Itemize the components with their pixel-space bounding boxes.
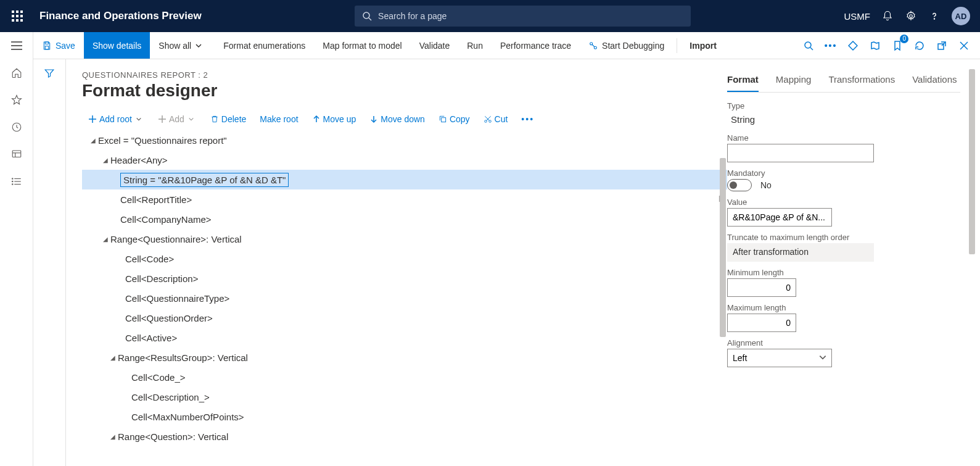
toolbar-refresh-button[interactable] [910,36,929,56]
avatar[interactable]: AD [952,7,970,25]
map-format-button[interactable]: Map format to model [314,32,410,59]
waffle-icon [12,10,23,22]
search-icon [804,41,813,51]
global-header: Finance and Operations Preview Search fo… [0,0,980,32]
validate-button[interactable]: Validate [411,32,459,59]
toolbar-document-button[interactable]: 0 [887,36,907,56]
action-pane: Save Show details Show all Format enumer… [33,32,980,59]
debug-icon [588,41,598,51]
toolbar-close-button[interactable] [954,36,974,56]
app-title: Finance and Operations Preview [39,10,202,22]
show-details-button[interactable]: Show details [84,32,150,59]
run-button[interactable]: Run [458,32,492,59]
popout-icon [937,41,947,51]
bell-icon [882,10,893,22]
svg-point-3 [934,19,934,19]
search-placeholder: Search for a page [378,11,447,21]
show-all-button[interactable]: Show all [150,32,215,59]
notifications-button[interactable] [881,10,894,22]
gear-icon [905,10,916,22]
import-button[interactable]: Import [681,32,725,59]
company-picker[interactable]: USMF [844,11,871,22]
close-icon [960,41,968,50]
svg-point-2 [910,15,913,18]
refresh-icon [915,41,924,51]
svg-rect-18 [45,46,48,49]
help-button[interactable] [928,10,941,22]
svg-line-22 [810,48,813,50]
svg-point-0 [363,12,369,19]
toolbar-map-button[interactable] [865,36,885,56]
search-icon [362,11,372,21]
save-icon [42,41,52,51]
document-badge: 0 [900,35,908,43]
question-icon [929,10,940,22]
map-icon [870,41,880,51]
ellipsis-icon: ••• [825,41,838,51]
diamond-icon [848,41,858,51]
svg-rect-17 [45,42,48,44]
toolbar-attachments-button[interactable] [843,36,863,56]
settings-button[interactable] [905,10,917,22]
hamburger-icon [11,41,22,50]
toolbar-more-button[interactable]: ••• [821,36,841,56]
toolbar-popout-button[interactable] [932,36,952,56]
chevron-down-icon [195,42,202,49]
navigation-rail [0,32,33,59]
start-debugging-button[interactable]: Start Debugging [580,32,673,59]
nav-expand-button[interactable] [9,38,24,53]
toolbar-search-button[interactable] [799,36,818,56]
svg-point-21 [805,42,811,48]
app-launcher[interactable] [5,10,30,22]
svg-line-1 [369,18,371,20]
save-button[interactable]: Save [33,32,84,59]
search-input[interactable]: Search for a page [355,6,691,27]
performance-trace-button[interactable]: Performance trace [492,32,580,59]
format-enumerations-button[interactable]: Format enumerations [215,32,314,59]
